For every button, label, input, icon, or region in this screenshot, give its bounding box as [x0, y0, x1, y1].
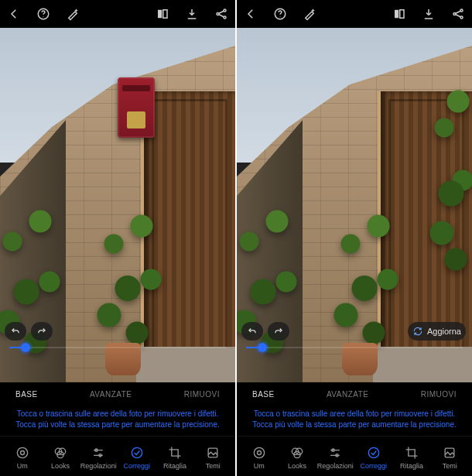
svg-point-21: [460, 9, 463, 12]
right-panel: Aggiorna BASE AVANZATE RIMUOVI Tocca o t…: [237, 0, 472, 476]
svg-point-17: [279, 16, 280, 17]
hint-line2: Tocca più volte la stessa parte per aume…: [252, 420, 456, 429]
compare-button[interactable]: [153, 5, 172, 23]
nav-regolazioni[interactable]: Regolazioni: [80, 442, 118, 473]
svg-rect-18: [395, 10, 398, 19]
svg-point-22: [460, 16, 463, 19]
svg-point-20: [453, 13, 456, 15]
svg-point-4: [217, 13, 219, 15]
tab-avanzate[interactable]: AVANZATE: [88, 387, 134, 404]
bottom-nav: Um Looks Regolazioni Correggi Ritaglia T…: [0, 436, 235, 476]
nav-temi[interactable]: Temi: [431, 442, 469, 473]
share-button[interactable]: [449, 5, 467, 23]
correction-tabs: BASE AVANZATE RIMUOVI: [0, 387, 235, 404]
tab-base[interactable]: BASE: [14, 387, 39, 404]
compare-button[interactable]: [390, 5, 409, 23]
hint-text: Tocca o trascina sulle aree della foto p…: [237, 404, 472, 436]
mailbox-object: [118, 77, 155, 138]
auto-enhance-button[interactable]: [63, 5, 82, 23]
nav-regolazioni[interactable]: Regolazioni: [316, 442, 354, 473]
svg-rect-2: [158, 10, 162, 19]
nav-looks[interactable]: Looks: [41, 442, 79, 473]
tab-base[interactable]: BASE: [251, 387, 276, 404]
brush-size-slider[interactable]: [0, 342, 235, 353]
top-toolbar: [0, 0, 235, 28]
undo-button[interactable]: [5, 322, 26, 341]
svg-point-5: [224, 9, 226, 12]
left-panel: BASE AVANZATE RIMUOVI Tocca o trascina s…: [0, 0, 235, 476]
refresh-icon: [412, 326, 423, 337]
back-button[interactable]: [241, 5, 260, 23]
svg-point-30: [368, 447, 378, 457]
svg-point-14: [132, 447, 142, 457]
svg-rect-19: [400, 10, 404, 19]
hint-line1: Tocca o trascina sulle aree della foto p…: [17, 409, 219, 418]
nav-um[interactable]: Um: [240, 442, 278, 473]
download-button[interactable]: [419, 5, 438, 23]
tab-rimuovi[interactable]: RIMUOVI: [419, 387, 458, 404]
svg-point-24: [254, 447, 264, 457]
brush-size-slider[interactable]: [237, 342, 472, 353]
auto-enhance-button[interactable]: [300, 5, 319, 23]
nav-correggi[interactable]: Correggi: [118, 442, 156, 473]
hint-line2: Tocca più volte la stessa parte per aume…: [15, 420, 219, 429]
dual-panel-container: BASE AVANZATE RIMUOVI Tocca o trascina s…: [0, 0, 472, 476]
nav-ritaglia[interactable]: Ritaglia: [156, 442, 193, 473]
undo-redo-group: [5, 322, 53, 341]
svg-point-8: [17, 447, 27, 457]
nav-temi[interactable]: Temi: [194, 442, 232, 473]
svg-point-7: [20, 451, 24, 455]
hint-line1: Tocca o trascina sulle aree della foto p…: [254, 409, 456, 418]
redo-button[interactable]: [31, 322, 53, 341]
refresh-label: Aggiorna: [427, 327, 461, 336]
undo-button[interactable]: [241, 322, 263, 341]
svg-point-6: [224, 16, 226, 19]
download-button[interactable]: [183, 5, 201, 23]
help-button[interactable]: [271, 5, 289, 23]
photo-canvas[interactable]: Aggiorna: [237, 28, 472, 382]
back-button[interactable]: [5, 5, 23, 23]
nav-ritaglia[interactable]: Ritaglia: [392, 442, 430, 473]
refresh-chip[interactable]: Aggiorna: [408, 322, 466, 341]
help-button[interactable]: [34, 5, 53, 23]
bottom-nav: Um Looks Regolazioni Correggi Ritaglia T…: [237, 436, 472, 476]
tab-avanzate[interactable]: AVANZATE: [325, 387, 371, 404]
svg-rect-3: [163, 10, 167, 19]
hint-text: Tocca o trascina sulle aree della foto p…: [0, 404, 235, 436]
nav-um[interactable]: Um: [3, 442, 41, 473]
slider-thumb[interactable]: [258, 343, 267, 352]
nav-looks[interactable]: Looks: [278, 442, 316, 473]
svg-point-1: [43, 16, 43, 17]
svg-point-23: [257, 451, 261, 455]
top-toolbar: [237, 0, 472, 28]
slider-thumb[interactable]: [21, 343, 30, 352]
correction-tabs: BASE AVANZATE RIMUOVI: [237, 387, 472, 404]
photo-canvas[interactable]: [0, 28, 235, 382]
share-button[interactable]: [212, 5, 231, 23]
tab-rimuovi[interactable]: RIMUOVI: [183, 387, 221, 404]
nav-correggi[interactable]: Correggi: [354, 442, 392, 473]
redo-button[interactable]: [268, 322, 289, 341]
undo-redo-group: [241, 322, 289, 341]
